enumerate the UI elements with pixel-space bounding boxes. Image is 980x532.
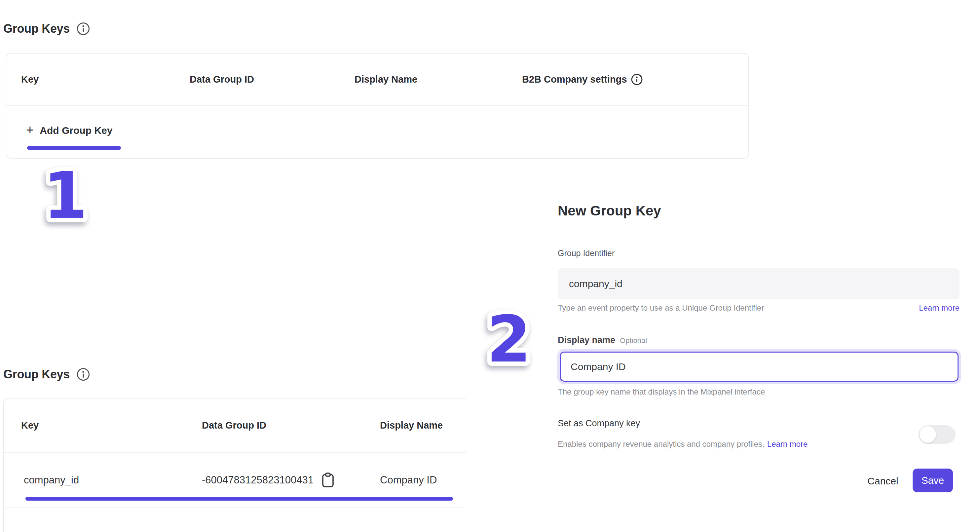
svg-text:2: 2 — [487, 302, 531, 377]
plus-icon: + — [26, 123, 34, 137]
page: Group Keys Key Data Group ID Display Nam… — [0, 0, 980, 532]
display-name-input[interactable] — [560, 352, 959, 382]
add-highlight-underline — [27, 146, 121, 150]
step-1-badge: 1 — [26, 155, 105, 234]
cancel-button[interactable]: Cancel — [860, 473, 906, 489]
column-header-data-group-id: Data Group ID — [190, 54, 254, 105]
step-2-badge: 2 — [469, 298, 549, 377]
info-icon[interactable] — [631, 73, 643, 86]
column-header-key: Key — [21, 398, 39, 452]
group-keys-title: Group Keys — [3, 22, 70, 36]
new-group-key-title: New Group Key — [558, 203, 661, 219]
group-identifier-helper: Type an event property to use as a Uniqu… — [558, 303, 764, 312]
copy-button[interactable] — [321, 472, 335, 488]
group-keys-title: Group Keys — [3, 368, 70, 381]
save-button[interactable]: Save — [913, 468, 953, 492]
company-key-toggle[interactable] — [918, 425, 956, 444]
column-header-key: Key — [21, 54, 39, 105]
column-header-b2b-company-settings: B2B Company settings — [522, 54, 643, 105]
display-name-helper: The group key name that displays in the … — [558, 387, 765, 397]
company-key-learn-more-link[interactable]: Learn more — [767, 440, 808, 448]
company-key-helper: Enables company revenue analytics and co… — [558, 440, 765, 448]
copy-icon — [321, 484, 335, 489]
svg-text:1: 1 — [43, 159, 88, 233]
info-icon[interactable] — [76, 22, 90, 36]
table-header-row: Key Data Group ID Display Name — [4, 398, 466, 453]
row-highlight-underline — [25, 497, 453, 501]
display-name-label-row: Display name Optional — [558, 335, 647, 345]
column-header-display-name: Display Name — [355, 54, 417, 105]
group-keys-heading-top: Group Keys — [3, 22, 90, 36]
column-header-display-name: Display Name — [380, 398, 443, 452]
group-keys-table: Key Data Group ID Display Name B2B Compa… — [6, 53, 749, 159]
group-identifier-input[interactable] — [558, 268, 959, 299]
group-identifier-helper-row: Type an event property to use as a Uniqu… — [558, 303, 959, 312]
display-name-helper-row: The group key name that displays in the … — [558, 387, 959, 397]
company-key-helper-row: Enables company revenue analytics and co… — [558, 440, 808, 449]
add-group-key-label: Add Group Key — [40, 125, 112, 136]
toggle-knob — [920, 426, 936, 443]
group-identifier-label: Group Identifier — [558, 248, 614, 258]
learn-more-link[interactable]: Learn more — [919, 303, 959, 312]
info-icon[interactable] — [76, 368, 90, 381]
optional-badge: Optional — [620, 336, 647, 345]
column-header-data-group-id: Data Group ID — [202, 398, 266, 452]
company-key-label: Set as Company key — [558, 418, 640, 428]
table-header-row: Key Data Group ID Display Name B2B Compa… — [6, 54, 748, 106]
display-name-label: Display name — [558, 335, 615, 345]
group-keys-heading-bottom: Group Keys — [3, 368, 90, 381]
group-keys-table-populated: Key Data Group ID Display Name company_i… — [3, 398, 466, 532]
